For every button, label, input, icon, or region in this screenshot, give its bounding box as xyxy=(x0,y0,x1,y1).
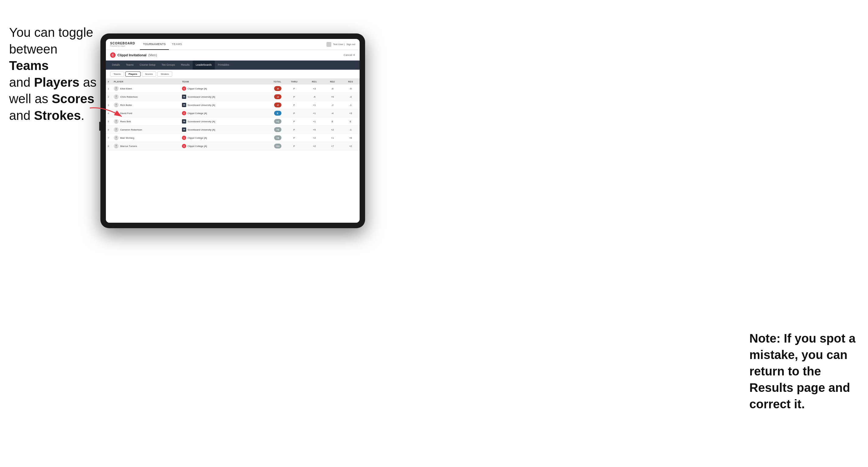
player-avatar-icon xyxy=(114,111,119,116)
svg-point-0 xyxy=(116,87,117,89)
rank-cell: 4 xyxy=(106,109,112,118)
team-logo-icon: C xyxy=(182,136,186,140)
user-avatar-icon xyxy=(327,42,331,47)
tournament-logo-icon: C xyxy=(110,52,116,58)
rd2-cell: +1 xyxy=(323,134,342,142)
svg-point-14 xyxy=(116,145,117,146)
total-cell: -2 xyxy=(258,101,283,109)
tab-printables[interactable]: Printables xyxy=(215,61,232,70)
score-badge: -2 xyxy=(274,102,281,107)
score-badge: +8 xyxy=(274,135,281,140)
sub-tab-strokes[interactable]: Strokes xyxy=(157,71,172,77)
nav-right: Test User | Sign out xyxy=(327,42,355,47)
rank-cell: 8 xyxy=(106,142,112,150)
tournament-gender: (Men) xyxy=(148,53,157,57)
score-badge: -4 xyxy=(274,94,281,99)
thru-cell: F xyxy=(283,101,306,109)
sub-tab-players[interactable]: Players xyxy=(125,71,141,77)
thru-cell: F xyxy=(283,142,306,150)
player-avatar-icon xyxy=(114,86,119,91)
team-name: Scoreboard University [A] xyxy=(187,120,215,123)
col-rd3: RD3 xyxy=(341,79,360,85)
rd3-cell: -4 xyxy=(341,93,360,101)
svg-point-15 xyxy=(115,147,118,148)
team-cell: CClippd College [A] xyxy=(180,142,258,150)
tab-tee-groups[interactable]: Tee Groups xyxy=(158,61,178,70)
team-logo-icon: SB xyxy=(182,119,186,124)
score-badge: +1 xyxy=(274,119,281,124)
scoreboard-logo: SCOREBOARD Powered by clippd xyxy=(110,42,135,47)
rank-cell: 5 xyxy=(106,118,112,126)
tournament-name: Clippd Invitational xyxy=(118,53,146,57)
player-cell: Marcus Turners xyxy=(112,142,180,150)
player-avatar-icon xyxy=(114,102,119,107)
svg-point-11 xyxy=(115,130,118,132)
sub-tabs: Teams Players Scores Strokes xyxy=(106,70,360,79)
rd2-cell: -6 xyxy=(323,85,342,93)
sub-tab-teams[interactable]: Teams xyxy=(110,71,124,77)
sign-out-link[interactable]: Sign out xyxy=(346,43,355,45)
rd1-cell: +2 xyxy=(305,142,323,150)
col-total: TOTAL xyxy=(258,79,283,85)
thru-cell: F xyxy=(283,134,306,142)
rd3-cell: -1 xyxy=(341,101,360,109)
nav-link-tournaments[interactable]: TOURNAMENTS xyxy=(140,39,169,50)
tab-teams[interactable]: Teams xyxy=(123,61,136,70)
total-cell: -8 xyxy=(258,85,283,93)
score-badge: +11 xyxy=(274,144,281,149)
thru-cell: F xyxy=(283,93,306,101)
team-name: Clippd College [A] xyxy=(187,145,207,148)
svg-point-3 xyxy=(115,97,118,99)
total-cell: E xyxy=(258,109,283,118)
logo-title: SCOREBOARD xyxy=(110,42,135,45)
tab-details[interactable]: Details xyxy=(109,61,123,70)
team-name: Clippd College [A] xyxy=(187,87,207,90)
tab-course-setup[interactable]: Course Setup xyxy=(136,61,158,70)
rank-cell: 3 xyxy=(106,101,112,109)
team-name: Scoreboard University [A] xyxy=(187,96,215,98)
rank-cell: 1 xyxy=(106,85,112,93)
team-cell: SBScoreboard University [A] xyxy=(180,126,258,134)
nav-link-teams[interactable]: TEAMS xyxy=(169,39,185,50)
svg-point-6 xyxy=(116,112,117,114)
player-avatar-icon xyxy=(114,94,119,99)
player-cell: Blair McHarg xyxy=(112,134,180,142)
player-name: Elliot Ebert xyxy=(120,87,132,90)
svg-point-13 xyxy=(115,138,118,140)
total-cell: +1 xyxy=(258,118,283,126)
table-row: 4 David Ford CClippd College [A]EF+1-4+3 xyxy=(106,109,360,118)
total-cell: -4 xyxy=(258,93,283,101)
cancel-button[interactable]: Cancel ✕ xyxy=(343,54,355,57)
team-logo-icon: C xyxy=(182,111,186,115)
team-logo-icon: SB xyxy=(182,95,186,99)
svg-point-1 xyxy=(115,89,118,91)
player-cell: Chris Robertson xyxy=(112,93,180,101)
team-logo-icon: SB xyxy=(182,127,186,132)
table-row: 7 Blair McHarg CClippd College [A]+8F+2+… xyxy=(106,134,360,142)
team-cell: SBScoreboard University [A] xyxy=(180,93,258,101)
player-name: Chris Robertson xyxy=(120,96,138,98)
tab-leaderboards[interactable]: Leaderboards xyxy=(193,61,215,70)
rd1-cell: +2 xyxy=(305,134,323,142)
player-cell: David Ford xyxy=(112,109,180,118)
rd1-cell: +1 xyxy=(305,101,323,109)
tab-results[interactable]: Results xyxy=(178,61,193,70)
col-rd2: RD2 xyxy=(323,79,342,85)
svg-point-12 xyxy=(116,136,117,138)
rd2-cell: -4 xyxy=(323,109,342,118)
player-avatar-icon xyxy=(114,127,119,132)
svg-point-10 xyxy=(116,128,117,130)
svg-point-5 xyxy=(115,105,118,107)
rd3-cell: +6 xyxy=(341,134,360,142)
left-annotation: You can toggle between Teams and Players… xyxy=(9,24,97,124)
table-row: 6 Cameron Robertson SBScoreboard Univers… xyxy=(106,126,360,134)
tournament-header: C Clippd Invitational (Men) Cancel ✕ xyxy=(106,50,360,61)
rank-cell: 2 xyxy=(106,93,112,101)
rd1-cell: +1 xyxy=(305,118,323,126)
table-row: 8 Marcus Turners CClippd College [A]+11F… xyxy=(106,142,360,150)
player-cell: Elliot Ebert xyxy=(112,85,180,93)
col-thru: THRU xyxy=(283,79,306,85)
sub-tab-scores[interactable]: Scores xyxy=(142,71,156,77)
thru-cell: F xyxy=(283,118,306,126)
nav-links: TOURNAMENTS TEAMS xyxy=(140,39,326,50)
